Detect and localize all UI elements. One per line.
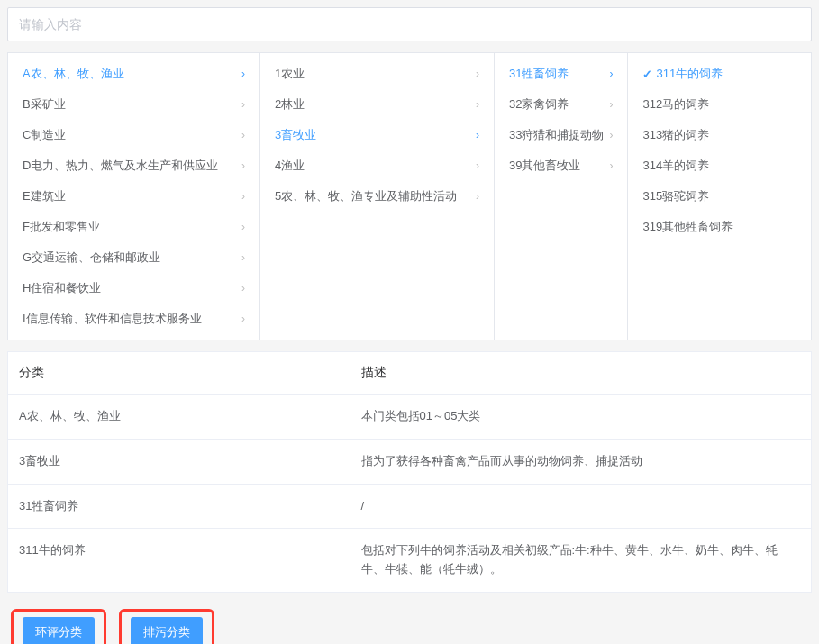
cascade-item[interactable]: 314羊的饲养 bbox=[628, 150, 772, 181]
cascade-level-4: ✓311牛的饲养312马的饲养313猪的饲养314羊的饲养315骆驼饲养319其… bbox=[628, 53, 772, 340]
cascade-item-label: I信息传输、软件和信息技术服务业 bbox=[23, 311, 236, 327]
search-container bbox=[7, 7, 812, 41]
cascade-item-label: D电力、热力、燃气及水生产和供应业 bbox=[23, 158, 236, 174]
chevron-right-icon: › bbox=[476, 159, 479, 172]
chevron-right-icon: › bbox=[476, 129, 479, 141]
emission-classify-button[interactable]: 排污分类 bbox=[131, 617, 203, 644]
cascade-item-label: 4渔业 bbox=[275, 158, 470, 174]
cascade-item[interactable]: A农、林、牧、渔业› bbox=[8, 59, 259, 89]
cascade-item[interactable]: ✓311牛的饲养 bbox=[628, 59, 772, 89]
cascade-item-label: 1农业 bbox=[275, 66, 470, 82]
cascade-item-label: H住宿和餐饮业 bbox=[23, 280, 236, 296]
cascade-item-label: 312马的饲养 bbox=[642, 96, 758, 113]
cascade-item[interactable]: 313猪的饲养 bbox=[628, 120, 772, 150]
cascade-item[interactable]: 39其他畜牧业› bbox=[495, 150, 627, 181]
cascade-item[interactable]: E建筑业› bbox=[8, 181, 259, 212]
chevron-right-icon: › bbox=[241, 68, 245, 80]
cascade-item-label: 31牲畜饲养 bbox=[509, 66, 604, 82]
cell-category: 3畜牧业 bbox=[8, 439, 350, 484]
highlight-box: 排污分类 bbox=[119, 609, 214, 644]
cascade-item-label: 3畜牧业 bbox=[275, 127, 470, 143]
highlight-box: 环评分类 bbox=[11, 609, 106, 644]
cascade-item-label: G交通运输、仓储和邮政业 bbox=[23, 249, 236, 266]
cascade-item-label: 311牛的饲养 bbox=[656, 66, 758, 82]
cascade-item[interactable]: 315骆驼饲养 bbox=[628, 181, 772, 212]
cascade-item[interactable]: 5农、林、牧、渔专业及辅助性活动› bbox=[260, 181, 494, 212]
chevron-right-icon: › bbox=[241, 190, 245, 203]
cascade-item-label: 39其他畜牧业 bbox=[509, 158, 604, 174]
cascade-item[interactable]: 32家禽饲养› bbox=[495, 89, 627, 120]
check-icon: ✓ bbox=[642, 68, 652, 81]
chevron-right-icon: › bbox=[476, 98, 479, 111]
table-row: A农、林、牧、渔业本门类包括01～05大类 bbox=[8, 395, 812, 440]
chevron-right-icon: › bbox=[241, 282, 245, 295]
cascade-item-label: 313猪的饲养 bbox=[642, 127, 758, 143]
cascade-item[interactable]: H住宿和餐饮业› bbox=[8, 273, 259, 304]
cascade-item-label: A农、林、牧、渔业 bbox=[23, 66, 236, 82]
cell-category: A农、林、牧、渔业 bbox=[8, 395, 350, 440]
cell-description: 指为了获得各种畜禽产品而从事的动物饲养、捕捉活动 bbox=[350, 439, 812, 484]
search-input[interactable] bbox=[15, 12, 804, 37]
cascade-item[interactable]: 33狩猎和捕捉动物› bbox=[495, 120, 627, 150]
chevron-right-icon: › bbox=[609, 68, 613, 80]
cascade-item[interactable]: 319其他牲畜饲养 bbox=[628, 212, 772, 242]
chevron-right-icon: › bbox=[609, 98, 613, 111]
chevron-right-icon: › bbox=[476, 190, 479, 203]
chevron-right-icon: › bbox=[241, 159, 245, 172]
cascade-item[interactable]: B采矿业› bbox=[8, 89, 259, 120]
cascade-item[interactable]: 2林业› bbox=[260, 89, 494, 120]
table-row: 311牛的饲养包括对下列牛的饲养活动及相关初级产品:牛:种牛、黄牛、水牛、奶牛、… bbox=[8, 529, 812, 593]
cell-description: 本门类包括01～05大类 bbox=[350, 395, 812, 440]
detail-table: 分类 描述 A农、林、牧、渔业本门类包括01～05大类3畜牧业指为了获得各种畜禽… bbox=[7, 351, 812, 593]
cascade-item-label: 314羊的饲养 bbox=[642, 158, 758, 174]
cascade-level-3: 31牲畜饲养›32家禽饲养›33狩猎和捕捉动物›39其他畜牧业› bbox=[495, 53, 628, 340]
chevron-right-icon: › bbox=[609, 159, 613, 172]
table-row: 3畜牧业指为了获得各种畜禽产品而从事的动物饲养、捕捉活动 bbox=[8, 439, 812, 484]
eia-classify-button[interactable]: 环评分类 bbox=[23, 617, 95, 644]
cascade-item[interactable]: 4渔业› bbox=[260, 150, 494, 181]
cascade-item-label: B采矿业 bbox=[23, 96, 236, 113]
cascade-item-label: 33狩猎和捕捉动物 bbox=[509, 127, 604, 143]
table-header-description: 描述 bbox=[350, 352, 812, 395]
chevron-right-icon: › bbox=[241, 313, 245, 325]
cascade-item-label: 5农、林、牧、渔专业及辅助性活动 bbox=[275, 188, 470, 204]
cascade-level-1: A农、林、牧、渔业›B采矿业›C制造业›D电力、热力、燃气及水生产和供应业›E建… bbox=[8, 53, 260, 340]
cascade-item-label: 32家禽饲养 bbox=[509, 96, 604, 113]
cell-description: / bbox=[350, 484, 812, 529]
action-button-bar: 环评分类 排污分类 bbox=[0, 593, 819, 644]
cascade-item-label: 2林业 bbox=[275, 96, 470, 113]
cascade-item[interactable]: 3畜牧业› bbox=[260, 120, 494, 150]
cascade-item[interactable]: 1农业› bbox=[260, 59, 494, 89]
category-cascade: A农、林、牧、渔业›B采矿业›C制造业›D电力、热力、燃气及水生产和供应业›E建… bbox=[7, 52, 812, 340]
cascade-item-label: C制造业 bbox=[23, 127, 236, 143]
chevron-right-icon: › bbox=[609, 129, 613, 141]
cascade-item[interactable]: D电力、热力、燃气及水生产和供应业› bbox=[8, 150, 259, 181]
cascade-item[interactable]: C制造业› bbox=[8, 120, 259, 150]
chevron-right-icon: › bbox=[476, 68, 479, 80]
cascade-level-2: 1农业›2林业›3畜牧业›4渔业›5农、林、牧、渔专业及辅助性活动› bbox=[260, 53, 495, 340]
cascade-item[interactable]: 31牲畜饲养› bbox=[495, 59, 627, 89]
chevron-right-icon: › bbox=[241, 129, 245, 141]
cascade-item[interactable]: F批发和零售业› bbox=[8, 212, 259, 242]
cascade-item-label: 315骆驼饲养 bbox=[642, 188, 758, 204]
cell-category: 31牲畜饲养 bbox=[8, 484, 350, 529]
cell-category: 311牛的饲养 bbox=[8, 529, 350, 593]
cascade-item-label: 319其他牲畜饲养 bbox=[642, 219, 758, 235]
table-header-category: 分类 bbox=[8, 352, 350, 395]
cascade-item[interactable]: 312马的饲养 bbox=[628, 89, 772, 120]
chevron-right-icon: › bbox=[241, 221, 245, 233]
chevron-right-icon: › bbox=[241, 98, 245, 111]
cascade-item-label: F批发和零售业 bbox=[23, 219, 236, 235]
cascade-item-label: E建筑业 bbox=[23, 188, 236, 204]
cell-description: 包括对下列牛的饲养活动及相关初级产品:牛:种牛、黄牛、水牛、奶牛、肉牛、牦牛、牛… bbox=[350, 529, 812, 593]
table-row: 31牲畜饲养/ bbox=[8, 484, 812, 529]
cascade-item[interactable]: I信息传输、软件和信息技术服务业› bbox=[8, 304, 259, 334]
chevron-right-icon: › bbox=[241, 251, 245, 264]
cascade-item[interactable]: G交通运输、仓储和邮政业› bbox=[8, 242, 259, 273]
